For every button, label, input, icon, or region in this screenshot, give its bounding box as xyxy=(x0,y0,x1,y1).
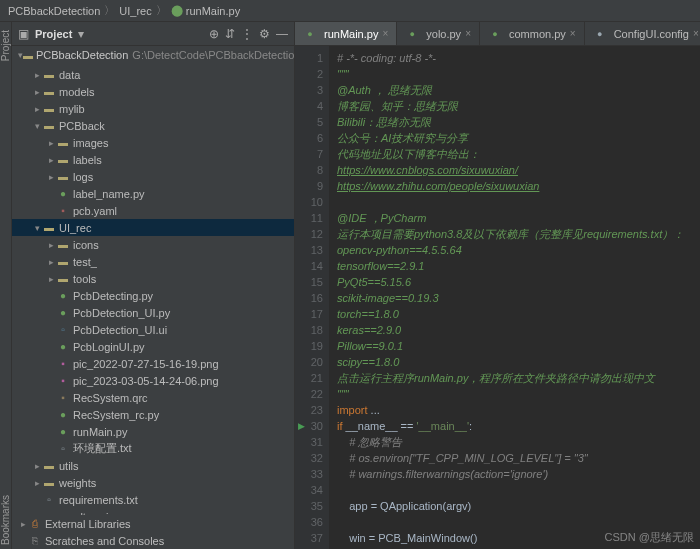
expand-arrow-icon[interactable]: ▸ xyxy=(46,138,56,148)
tree-node[interactable]: ▪pcb.yaml xyxy=(12,202,294,219)
tree-label: utils xyxy=(59,460,79,472)
tree-node[interactable]: ▪pic_2022-07-27-15-16-19.png xyxy=(12,355,294,372)
scratches-consoles[interactable]: ⎘ Scratches and Consoles xyxy=(12,532,294,549)
fold-icon: ▬ xyxy=(42,69,56,80)
editor-tab[interactable]: ●runMain.py× xyxy=(295,22,397,45)
close-icon[interactable]: × xyxy=(382,28,388,39)
chevron-right-icon: 〉 xyxy=(104,3,115,18)
expand-arrow-icon[interactable]: ▾ xyxy=(32,121,42,131)
expand-arrow-icon[interactable]: ▸ xyxy=(46,240,56,250)
tree-node[interactable]: ●PcbLoginUI.py xyxy=(12,338,294,355)
breadcrumb-folder[interactable]: UI_rec xyxy=(119,5,151,17)
fold-icon: ▬ xyxy=(42,222,56,233)
tree-node[interactable]: ▸▬labels xyxy=(12,151,294,168)
fold-icon: ▬ xyxy=(56,137,70,148)
tree-node[interactable]: ●runMain.py xyxy=(12,423,294,440)
tree-label: requirements.txt xyxy=(59,494,138,506)
gear-icon[interactable]: ⚙ xyxy=(259,27,270,41)
hide-icon[interactable]: — xyxy=(276,27,288,41)
tab-label: common.py xyxy=(509,28,566,40)
img-icon: ▪ xyxy=(56,358,70,369)
fold-icon: ▬ xyxy=(56,256,70,267)
tree-label: models xyxy=(59,86,94,98)
expand-arrow-icon[interactable]: ▸ xyxy=(46,172,56,182)
editor-tab[interactable]: ●ConfigUI.config× xyxy=(585,22,700,45)
editor-tab[interactable]: ●yolo.py× xyxy=(397,22,480,45)
tree-node[interactable]: ●RecSystem_rc.py xyxy=(12,406,294,423)
pyf-icon: ● xyxy=(56,426,70,437)
tree-node[interactable]: ▸▬logs xyxy=(12,168,294,185)
expand-arrow-icon[interactable]: ▸ xyxy=(46,155,56,165)
editor-tab[interactable]: ●common.py× xyxy=(480,22,585,45)
expand-arrow-icon[interactable]: ▸ xyxy=(46,257,56,267)
breadcrumb-file[interactable]: runMain.py xyxy=(186,5,240,17)
tree-node[interactable]: ▸▬mylib xyxy=(12,100,294,117)
tree-node[interactable]: ▸▬test_ xyxy=(12,253,294,270)
fold-icon: ▬ xyxy=(42,103,56,114)
breadcrumb: PCBbackDetection 〉 UI_rec 〉 ⬤ runMain.py xyxy=(0,0,700,22)
rail-bookmarks[interactable]: Bookmarks xyxy=(0,495,11,545)
code-body[interactable]: # -*- coding: utf-8 -*- """ @Auth ， 思绪无限… xyxy=(329,46,700,549)
tree-node[interactable]: ▫requirements.txt xyxy=(12,491,294,508)
project-tree[interactable]: ▸▬data▸▬models▸▬mylib▾▬PCBback▸▬images▸▬… xyxy=(12,64,294,515)
tree-label: RecSystem.qrc xyxy=(73,392,148,404)
tree-node[interactable]: ●PcbDetection_UI.py xyxy=(12,304,294,321)
qrc-icon: ▪ xyxy=(56,392,70,403)
tree-label: images xyxy=(73,137,108,149)
select-opened-file-icon[interactable]: ⊕ xyxy=(209,27,219,41)
close-icon[interactable]: × xyxy=(570,28,576,39)
expand-arrow-icon[interactable]: ▸ xyxy=(32,104,42,114)
sidebar-title: Project xyxy=(35,28,72,40)
collapse-all-icon[interactable]: ⋮ xyxy=(241,27,253,41)
tree-label: weights xyxy=(59,477,96,489)
tree-label: runMain.py xyxy=(73,426,127,438)
tree-node[interactable]: ●label_name.py xyxy=(12,185,294,202)
tree-node[interactable]: ▫results.avi xyxy=(12,508,294,515)
ui-icon: ▫ xyxy=(56,324,70,335)
tree-label: PcbLoginUI.py xyxy=(73,341,145,353)
line-gutter[interactable]: 1234567891011121314151617181920212223▶30… xyxy=(295,46,329,549)
tree-node[interactable]: ●PcbDetecting.py xyxy=(12,287,294,304)
expand-arrow-icon[interactable]: ▸ xyxy=(32,70,42,80)
tree-label: pic_2023-03-05-14-24-06.png xyxy=(73,375,219,387)
tab-label: yolo.py xyxy=(426,28,461,40)
expand-all-icon[interactable]: ⇵ xyxy=(225,27,235,41)
project-root[interactable]: ▾ ▬ PCBbackDetection G:\DetectCode\PCBba… xyxy=(12,46,294,64)
fold-icon: ▬ xyxy=(42,86,56,97)
tree-node[interactable]: ▪RecSystem.qrc xyxy=(12,389,294,406)
tree-node[interactable]: ▸▬icons xyxy=(12,236,294,253)
tree-node[interactable]: ▸▬weights xyxy=(12,474,294,491)
breadcrumb-root[interactable]: PCBbackDetection xyxy=(8,5,100,17)
tab-label: runMain.py xyxy=(324,28,378,40)
tree-node[interactable]: ▸▬tools xyxy=(12,270,294,287)
pyf-icon: ● xyxy=(488,29,502,39)
tree-node[interactable]: ▸▬data xyxy=(12,66,294,83)
tree-label: logs xyxy=(73,171,93,183)
run-gutter-icon[interactable]: ▶ xyxy=(298,418,305,434)
img-icon: ▪ xyxy=(56,375,70,386)
tree-node[interactable]: ▾▬PCBback xyxy=(12,117,294,134)
tree-label: UI_rec xyxy=(59,222,91,234)
dropdown-icon[interactable]: ▾ xyxy=(78,27,84,41)
tree-label: icons xyxy=(73,239,99,251)
tab-label: ConfigUI.config xyxy=(614,28,689,40)
expand-arrow-icon[interactable]: ▾ xyxy=(32,223,42,233)
expand-arrow-icon[interactable]: ▸ xyxy=(32,87,42,97)
tree-node[interactable]: ▸▬models xyxy=(12,83,294,100)
tree-node[interactable]: ▾▬UI_rec xyxy=(12,219,294,236)
close-icon[interactable]: × xyxy=(465,28,471,39)
external-libraries[interactable]: ▸⎙ External Libraries xyxy=(12,515,294,532)
tree-node[interactable]: ▸▬images xyxy=(12,134,294,151)
editor-area: ●runMain.py×●yolo.py×●common.py×●ConfigU… xyxy=(295,22,700,549)
rail-project[interactable]: Project xyxy=(0,30,11,61)
txt-icon: ▫ xyxy=(42,494,56,505)
tree-node[interactable]: ▫PcbDetection_UI.ui xyxy=(12,321,294,338)
tree-node[interactable]: ▫环境配置.txt xyxy=(12,440,294,457)
tree-node[interactable]: ▪pic_2023-03-05-14-24-06.png xyxy=(12,372,294,389)
tree-label: mylib xyxy=(59,103,85,115)
close-icon[interactable]: × xyxy=(693,28,699,39)
expand-arrow-icon[interactable]: ▸ xyxy=(32,478,42,488)
tree-node[interactable]: ▸▬utils xyxy=(12,457,294,474)
expand-arrow-icon[interactable]: ▸ xyxy=(46,274,56,284)
expand-arrow-icon[interactable]: ▸ xyxy=(32,461,42,471)
